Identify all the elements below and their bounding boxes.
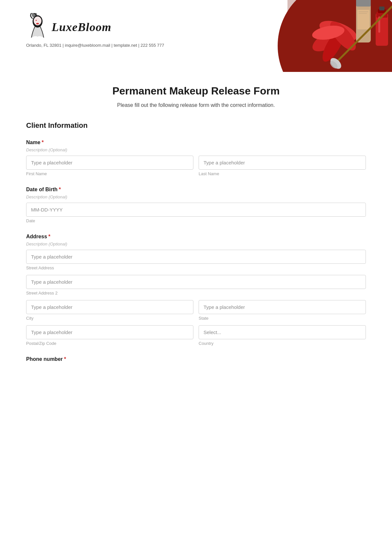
postal-country-row: Postal/Zip Code Country <box>26 325 366 346</box>
street1-sublabel: Street Address <box>26 265 366 270</box>
last-name-input[interactable] <box>199 156 366 170</box>
name-label: Name * <box>26 140 366 145</box>
dob-required-star: * <box>59 187 61 193</box>
dob-input-wrapper: Date <box>26 203 366 223</box>
name-input-row: First Name Last Name <box>26 156 366 176</box>
dob-label: Date of Birth * <box>26 187 366 193</box>
form-subtitle: Please fill out the following release fo… <box>26 102 366 108</box>
address-label: Address * <box>26 234 366 240</box>
street1-input[interactable] <box>26 250 366 264</box>
postal-wrapper: Postal/Zip Code <box>26 325 193 346</box>
svg-point-3 <box>36 20 37 21</box>
street1-wrapper: Street Address <box>26 250 366 270</box>
svg-rect-19 <box>379 7 384 10</box>
svg-rect-10 <box>356 0 371 7</box>
svg-point-2 <box>36 23 39 24</box>
last-name-wrapper: Last Name <box>199 156 366 176</box>
name-description: Description (Optional) <box>26 147 366 152</box>
country-input[interactable] <box>199 325 366 339</box>
header: LuxeBloom Orlando, FL 32801 | inquire@lu… <box>0 0 392 72</box>
field-dob: Date of Birth * Description (Optional) D… <box>26 187 366 223</box>
phone-required-star: * <box>64 356 66 362</box>
dob-sublabel: Date <box>26 218 366 223</box>
phone-label: Phone number * <box>26 356 366 362</box>
address-description: Description (Optional) <box>26 242 366 246</box>
city-wrapper: City <box>26 300 193 321</box>
postal-input[interactable] <box>26 325 193 339</box>
name-required-star: * <box>42 140 44 145</box>
dob-description: Description (Optional) <box>26 194 366 199</box>
svg-rect-15 <box>359 13 367 14</box>
street2-wrapper: Street Address 2 <box>26 275 366 295</box>
country-sublabel: Country <box>199 341 366 346</box>
svg-rect-14 <box>359 11 368 12</box>
first-name-input[interactable] <box>26 156 193 170</box>
field-address: Address * Description (Optional) Street … <box>26 234 366 346</box>
first-name-sublabel: First Name <box>26 171 193 176</box>
header-image <box>281 0 392 72</box>
state-sublabel: State <box>199 316 366 321</box>
logo-contact: Orlando, FL 32801 | inquire@luxebloom.ma… <box>26 43 164 48</box>
last-name-sublabel: Last Name <box>199 171 366 176</box>
street2-input[interactable] <box>26 275 366 289</box>
city-sublabel: City <box>26 316 193 321</box>
logo-icon <box>26 13 49 41</box>
main-content: Permanent Makeup Release Form Please fil… <box>0 72 392 392</box>
state-wrapper: State <box>199 300 366 321</box>
logo-brand: LuxeBloom <box>26 13 111 41</box>
logo-area: LuxeBloom Orlando, FL 32801 | inquire@lu… <box>26 13 164 48</box>
first-name-wrapper: First Name <box>26 156 193 176</box>
logo-text: LuxeBloom <box>52 20 111 34</box>
dob-input[interactable] <box>26 203 366 217</box>
field-name: Name * Description (Optional) First Name… <box>26 140 366 176</box>
address-required-star: * <box>48 234 50 240</box>
city-state-row: City State <box>26 300 366 321</box>
field-phone: Phone number * <box>26 356 366 362</box>
country-wrapper: Country <box>199 325 366 346</box>
postal-sublabel: Postal/Zip Code <box>26 341 193 346</box>
svg-rect-13 <box>357 10 369 29</box>
page: LuxeBloom Orlando, FL 32801 | inquire@lu… <box>0 0 392 556</box>
section-client-title: Client Information <box>26 121 366 130</box>
state-input[interactable] <box>199 300 366 314</box>
form-title: Permanent Makeup Release Form <box>26 85 366 97</box>
street2-sublabel: Street Address 2 <box>26 291 366 295</box>
city-input[interactable] <box>26 300 193 314</box>
